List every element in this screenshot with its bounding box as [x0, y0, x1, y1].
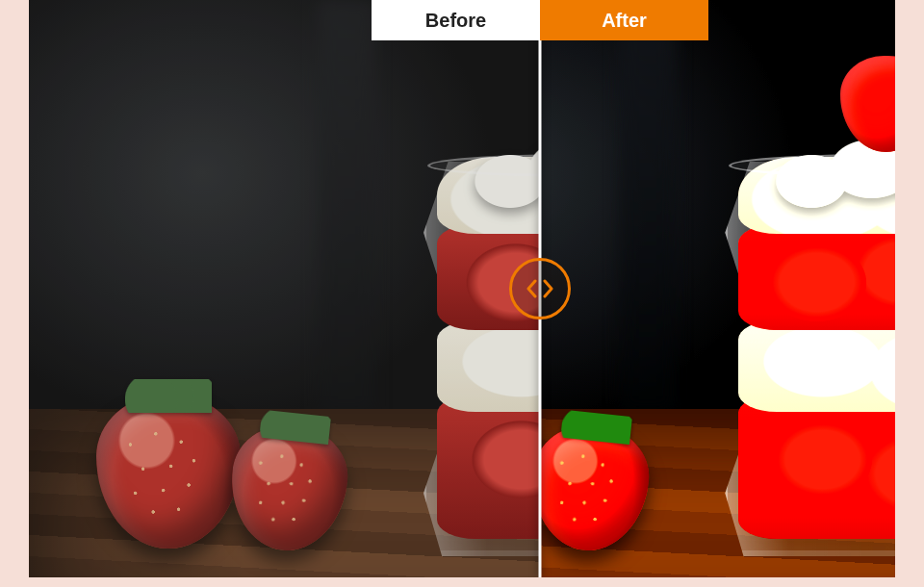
before-after-slider[interactable]: Before After	[29, 0, 895, 577]
after-label: After	[540, 0, 708, 40]
slider-handle[interactable]	[509, 258, 571, 319]
chevron-right-icon	[542, 279, 555, 298]
slider-labels: Before After	[372, 0, 708, 40]
before-label: Before	[372, 0, 540, 40]
before-image-panel	[29, 0, 540, 577]
after-image-panel	[540, 0, 895, 577]
chevron-left-icon	[525, 279, 538, 298]
